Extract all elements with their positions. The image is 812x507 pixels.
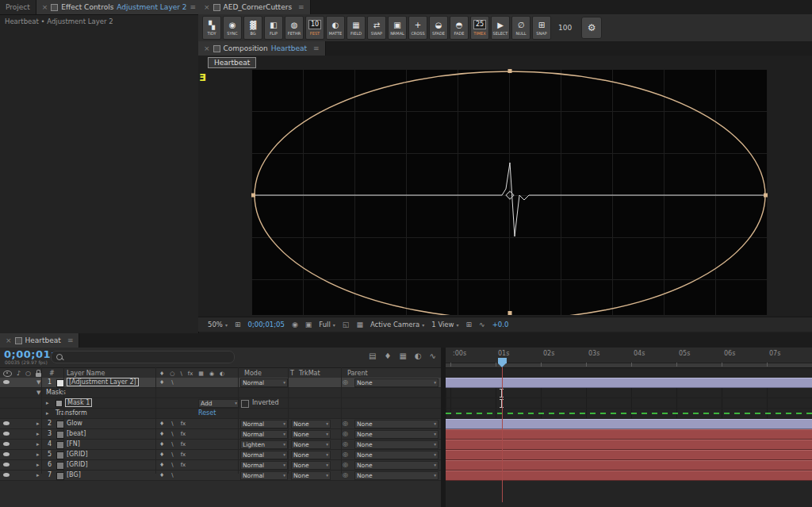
twirl-icon[interactable]: ▸ <box>46 400 49 406</box>
switch-icon[interactable]: \ <box>171 441 173 447</box>
tool-button-fade[interactable]: ◓FADE <box>450 16 469 40</box>
opacity-value[interactable]: 100 <box>558 24 572 32</box>
twirl-icon[interactable]: ▸ <box>36 421 40 427</box>
visibility-eye-icon[interactable] <box>3 432 10 436</box>
graph-icon[interactable]: ∿ <box>479 321 485 328</box>
settings-button[interactable]: ⚙ <box>581 17 602 39</box>
twirl-icon[interactable]: ▸ <box>36 441 40 447</box>
layer-duration-bar[interactable] <box>446 460 812 471</box>
mode-dropdown[interactable]: Normal▾ <box>240 461 288 470</box>
tool-button-nrmal[interactable]: ▣NRMAL <box>388 16 407 40</box>
parent-dropdown[interactable]: None▾ <box>354 471 439 480</box>
trkmat-dropdown[interactable]: None▾ <box>291 471 331 480</box>
transform-label[interactable]: Transform <box>56 409 87 417</box>
tab-project[interactable]: Project <box>0 0 36 14</box>
timeline-search-input[interactable] <box>51 351 235 363</box>
visibility-eye-icon[interactable] <box>3 463 10 467</box>
tool-button-tidy[interactable]: ▚TIDY <box>202 16 221 40</box>
mask-handle-left[interactable] <box>251 194 255 198</box>
close-icon[interactable]: × <box>42 3 48 11</box>
close-icon[interactable]: × <box>204 3 210 11</box>
mask-name[interactable]: Mask 1 <box>65 398 92 407</box>
comp-timecode[interactable]: 0;00;01;05 <box>247 321 284 328</box>
layer-name[interactable]: [Adjustment Layer 2] <box>67 378 139 386</box>
switch-icon[interactable]: \ <box>171 431 173 437</box>
parent-pickwhip-icon[interactable]: ◎ <box>343 440 348 447</box>
mask-mode-dropdown[interactable]: Add▾ <box>198 399 239 408</box>
property-group-label[interactable]: Masks <box>46 389 66 396</box>
parent-pickwhip-icon[interactable]: ◎ <box>343 378 348 386</box>
layer-name[interactable]: Glow <box>67 420 82 427</box>
parent-dropdown[interactable]: None▾ <box>354 461 439 470</box>
inverted-checkbox[interactable] <box>241 400 249 408</box>
tool-button-cross[interactable]: +CROSS <box>408 16 427 40</box>
tool-value[interactable]: 10 <box>308 20 321 29</box>
tab-corner-cutters[interactable]: × AED_CornerCutters ≡ <box>198 0 311 14</box>
tool-button-timex[interactable]: 25TIMEX <box>470 16 489 40</box>
camera-view-dropdown[interactable]: Active Camera▾ <box>370 321 424 328</box>
mask-handle-right[interactable] <box>764 194 768 198</box>
visibility-eye-icon[interactable] <box>3 442 10 446</box>
comp-navigator-chip[interactable]: Heartbeat <box>208 57 256 68</box>
mode-dropdown[interactable]: Lighten▾ <box>240 440 288 449</box>
parent-dropdown[interactable]: None▾ <box>354 378 439 387</box>
parent-pickwhip-icon[interactable]: ◎ <box>343 430 348 437</box>
tool-button-fest[interactable]: 10FEST <box>305 16 324 40</box>
trkmat-dropdown[interactable]: None▾ <box>291 461 331 470</box>
anchor-point[interactable] <box>506 191 514 199</box>
resolution-dropdown[interactable]: Full▾ <box>319 321 335 328</box>
layer-name[interactable]: [BG] <box>67 471 81 478</box>
tool-button-snap[interactable]: ⊞SNAP <box>532 16 551 40</box>
playhead[interactable] <box>498 358 507 363</box>
switch-icon[interactable]: \ <box>171 462 173 468</box>
switch-icon[interactable]: ♦ <box>159 441 164 447</box>
frame-blend-icon[interactable]: ▦ <box>399 351 406 360</box>
switch-icon[interactable]: \ <box>171 421 173 427</box>
switch-icon[interactable]: fx <box>181 441 186 447</box>
mask-handle-top[interactable] <box>508 69 512 73</box>
hide-shy-icon[interactable]: ♦ <box>384 351 391 360</box>
switch-icon[interactable]: fx <box>181 421 186 427</box>
exposure-value[interactable]: +0.0 <box>492 321 509 328</box>
tool-button-fethr[interactable]: ◍FETHR <box>285 16 304 40</box>
motion-blur-icon[interactable]: ◐ <box>415 351 422 360</box>
parent-dropdown[interactable]: None▾ <box>354 420 439 428</box>
grid-guides-icon[interactable]: ⊞ <box>235 321 241 328</box>
tool-button-flip[interactable]: ◧FLIP <box>264 16 283 40</box>
graph-editor-icon[interactable]: ∿ <box>430 351 436 360</box>
switch-icon[interactable]: ♦ <box>159 472 164 478</box>
trkmat-dropdown[interactable]: None▾ <box>291 440 331 449</box>
mask-handle-bottom[interactable] <box>508 311 512 315</box>
mask-ellipse-path[interactable] <box>255 71 765 315</box>
twirl-icon[interactable]: ▸ <box>36 451 40 458</box>
switch-icon[interactable]: ♦ <box>159 431 164 437</box>
layer-duration-bar[interactable] <box>446 378 812 388</box>
tab-composition[interactable]: × Composition Heartbeat ≡ <box>198 41 326 56</box>
parent-pickwhip-icon[interactable]: ◎ <box>343 451 348 458</box>
panel-menu-icon[interactable]: ≡ <box>313 44 320 52</box>
parent-dropdown[interactable]: None▾ <box>354 451 439 459</box>
mode-dropdown[interactable]: Normal▾ <box>240 451 288 459</box>
switch-icon[interactable]: \ <box>171 472 173 478</box>
parent-dropdown[interactable]: None▾ <box>354 440 439 449</box>
twirl-icon[interactable]: ▸ <box>36 462 40 468</box>
comp-canvas[interactable] <box>251 69 768 315</box>
layer-name[interactable]: [FN] <box>67 440 80 447</box>
tool-value[interactable]: 25 <box>473 20 486 29</box>
snapshot-icon[interactable]: ◉ <box>292 321 298 328</box>
mode-dropdown[interactable]: Normal▾ <box>240 420 288 428</box>
switch-icon[interactable]: ♦ <box>159 421 164 427</box>
zoom-dropdown[interactable]: 50%▾ <box>208 321 228 328</box>
tab-timeline-heartbeat[interactable]: × Heartbeat ≡ <box>0 333 79 348</box>
switch-icon[interactable]: ♦ <box>159 462 164 468</box>
tool-button-null[interactable]: ∅NULL <box>511 16 530 40</box>
visibility-eye-icon[interactable] <box>3 452 10 456</box>
panel-menu-icon[interactable]: ≡ <box>298 3 304 11</box>
tool-button-swap[interactable]: ⇄SWAP <box>367 16 386 40</box>
tool-button-bg[interactable]: ▓BG <box>243 16 262 40</box>
switch-icon[interactable]: ♦ <box>159 451 164 458</box>
twirl-icon[interactable]: ▼ <box>36 390 40 396</box>
tab-effect-controls[interactable]: × Effect Controls Adjustment Layer 2 ≡ <box>36 0 202 14</box>
layer-name[interactable]: [GRID] <box>67 451 88 458</box>
parent-pickwhip-icon[interactable]: ◎ <box>343 471 348 478</box>
